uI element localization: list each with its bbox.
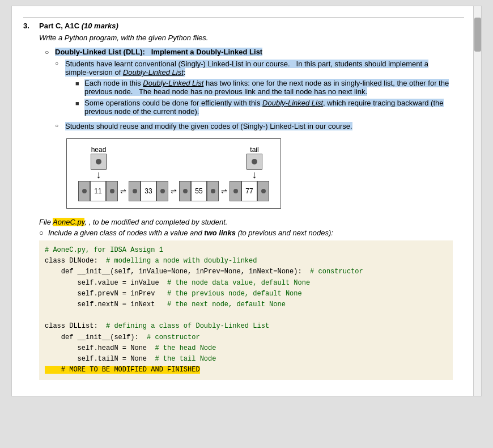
- node-33-next: [156, 181, 168, 201]
- code-def-init: def __init__(self, inValue=None, inPrev=…: [45, 268, 310, 276]
- node-55-prev: [180, 181, 191, 201]
- code-comment-9: # the head Node: [155, 344, 216, 352]
- include-bullet: ○: [39, 229, 48, 237]
- head-arrow: ↓: [96, 170, 101, 180]
- diagram-labels-row: head ↓ tail: [78, 146, 269, 180]
- arrow-55-77: ⇌: [221, 187, 227, 196]
- code-self-headn: self.headN = None: [45, 344, 155, 352]
- question-content: Part C, A1C (10 marks) Write a Python pr…: [39, 22, 464, 380]
- node-group-33: 33: [129, 181, 168, 201]
- code-comment-5: # the previous node, default None: [167, 290, 302, 298]
- head-box: [91, 154, 107, 170]
- students-reuse-text: Students should reuse and modify the giv…: [65, 122, 453, 130]
- sq-text-1: Each node in this Doubly-Linked List has…: [84, 79, 453, 96]
- code-self-prevn: self.prevN = inPrev: [45, 290, 167, 298]
- tail-label: tail: [250, 146, 258, 154]
- tail-label-group: tail ↓: [246, 146, 262, 180]
- tail-arrow: ↓: [252, 170, 257, 180]
- code-self-nextn: self.nextN = inNext: [45, 301, 167, 308]
- scrollbar[interactable]: [473, 6, 481, 396]
- code-comment-1: # AoneC.py, for IDSA Assign 1: [45, 246, 163, 254]
- node-77-prev: [230, 181, 241, 201]
- sub-sub-bullets: ■ Each node in this Doubly-Linked List h…: [75, 79, 453, 116]
- code-comment-7: # defining a class of Doubly-Linked List: [106, 322, 269, 330]
- code-comment-8: # constructor: [147, 333, 200, 341]
- bullet-students-learnt: ○ Students have learnt conventional (Sin…: [55, 60, 453, 119]
- sub-circle-bullet: ○: [55, 60, 65, 66]
- code-class-dlnode: class DLNode:: [45, 257, 106, 265]
- node-33-prev: [129, 181, 141, 201]
- arrow-33-55: ⇌: [171, 187, 177, 196]
- include-line: ○ Include a given class of nodes with a …: [39, 229, 453, 237]
- code-more-line: # MORE TO BE MODIFIED AND FINISHED: [45, 366, 200, 374]
- circle-bullet: ○: [45, 48, 55, 56]
- code-self-value: self.value = inValue: [45, 279, 167, 287]
- code-def-init2: def __init__(self):: [45, 333, 147, 341]
- dll-diagram: head ↓ tail: [66, 138, 281, 209]
- dll-section-text: Doubly-Linked List (DLL): Implement a Do…: [55, 48, 453, 213]
- node-group-55: 55: [179, 181, 219, 201]
- square-icon-2: ■: [75, 100, 84, 107]
- question-subtitle: Write a Python program, with the given P…: [39, 33, 453, 42]
- code-block: # AoneC.py, for IDSA Assign 1 class DLNo…: [39, 240, 453, 380]
- include-text: Include a given class of nodes with a va…: [48, 229, 333, 237]
- node-33: 33: [129, 181, 168, 201]
- node-11: 11: [78, 181, 118, 201]
- node-group-77: 77: [230, 181, 269, 201]
- sub-circle-bullet-2: ○: [55, 122, 65, 129]
- node-11-next: [106, 181, 117, 201]
- node-11-prev: [79, 181, 90, 201]
- tail-box: [246, 154, 262, 170]
- node-55: 55: [179, 181, 219, 201]
- diagram-inner: head ↓ tail: [78, 146, 269, 201]
- question-row: 3. Part C, A1C (10 marks) Write a Python…: [23, 22, 464, 380]
- node-77-next: [257, 181, 269, 201]
- code-comment-2: # modelling a node with doubly-linked: [106, 257, 257, 265]
- students-learnt-text: Students have learnt conventional (Singl…: [65, 60, 453, 119]
- spacer: [107, 146, 246, 180]
- sq-bullet-1: ■ Each node in this Doubly-Linked List h…: [75, 79, 453, 96]
- head-label: head: [91, 146, 107, 154]
- question-number: 3.: [23, 22, 39, 30]
- square-icon-1: ■: [75, 80, 84, 87]
- node-77-val: 77: [241, 181, 257, 201]
- code-comment-3: # constructor: [310, 268, 363, 276]
- bullet-students-reuse: ○ Students should reuse and modify the g…: [55, 122, 453, 130]
- node-77: 77: [230, 181, 269, 201]
- scrollbar-thumb[interactable]: [474, 18, 481, 52]
- node-33-val: 33: [141, 181, 156, 201]
- nodes-row: 11 ⇌: [78, 181, 269, 201]
- file-highlight: AoneC.py: [53, 218, 84, 226]
- node-group-11: 11: [78, 181, 118, 201]
- code-class-dllist: class DLList:: [45, 322, 106, 330]
- file-line: File AoneC.py, , to be modified and comp…: [39, 218, 453, 226]
- node-55-next: [207, 181, 218, 201]
- node-55-val: 55: [191, 181, 207, 201]
- sq-text-2: Some operations could be done for effici…: [84, 99, 453, 116]
- arrow-11-33: ⇌: [120, 187, 126, 196]
- code-comment-4: # the node data value, default None: [167, 279, 310, 287]
- node-11-val: 11: [90, 181, 106, 201]
- sq-bullet-2: ■ Some operations could be done for effi…: [75, 99, 453, 116]
- code-comment-10: # the tail Node: [155, 355, 216, 363]
- head-label-group: head ↓: [91, 146, 107, 180]
- code-self-tailn: self.tailN = None: [45, 355, 155, 363]
- dll-section: ○ Doubly-Linked List (DLL): Implement a …: [45, 48, 453, 213]
- dll-label: Doubly-Linked List (DLL): Implement a Do…: [55, 48, 262, 56]
- question-title: Part C, A1C (10 marks): [39, 22, 453, 30]
- page-container: 3. Part C, A1C (10 marks) Write a Python…: [11, 6, 482, 396]
- code-comment-6: # the next node, default None: [167, 301, 286, 308]
